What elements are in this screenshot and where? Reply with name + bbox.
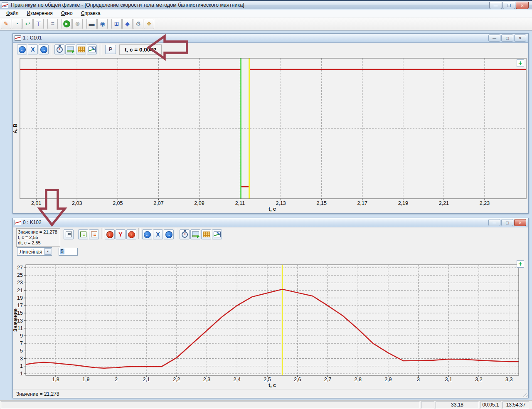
y-tick-label: 9 <box>20 333 23 339</box>
status-spare-panel <box>421 402 434 409</box>
application-window: Практикум по общей физике - [Определение… <box>0 0 532 409</box>
menu-file[interactable]: Файл <box>2 10 23 17</box>
zoom-x-button[interactable]: X <box>153 229 163 239</box>
x-tick-label: 2,07 <box>153 200 163 206</box>
scroll-left-button[interactable]: ← <box>142 229 152 239</box>
restore-button[interactable]: ❐ <box>502 2 515 9</box>
status-bar: 33,1800:05.113:54:37 <box>0 400 532 409</box>
start-measurement-icon: ▶ <box>63 20 70 27</box>
x-tick-label: 2,19 <box>398 200 408 206</box>
stop-measurement-button[interactable]: ⊗ <box>72 19 83 29</box>
start-measurement-button[interactable]: ▶ <box>62 19 72 29</box>
minimize-button[interactable]: — <box>488 34 500 42</box>
x-tick-label: 2,09 <box>194 200 204 206</box>
k102-scale-group: ↓Y↑ <box>105 228 137 241</box>
k102-chart[interactable]: -1135791113151719212325271,81,922,12,22,… <box>13 257 528 392</box>
y-tick-label: 23 <box>17 280 23 286</box>
x-tick-label: 2 <box>115 377 118 382</box>
y-tick-label: 5 <box>20 348 23 354</box>
resize-grip[interactable] <box>522 392 527 397</box>
scale-down-icon: ↓ <box>106 231 113 238</box>
scale-down-button[interactable]: ↓ <box>105 229 115 239</box>
x-tick-label: 2,15 <box>317 200 327 206</box>
k102-nav-group: ←X→ <box>142 228 175 241</box>
export-image-icon <box>67 47 74 52</box>
x-tick-label: 3,2 <box>475 377 482 382</box>
console-button[interactable]: ▬ <box>86 19 97 29</box>
list-green-button[interactable] <box>78 229 88 239</box>
zoom-x-button[interactable]: X <box>28 44 38 54</box>
chevron-down-icon[interactable]: ▼ <box>44 248 51 255</box>
minimize-button[interactable]: — <box>489 2 502 9</box>
y-tick-label: 21 <box>17 288 23 293</box>
scale-y-button[interactable]: Y <box>116 229 126 239</box>
p-button[interactable]: P <box>105 45 116 54</box>
package-button[interactable]: ◆ <box>122 19 133 29</box>
x-tick-label: 2,13 <box>276 200 286 206</box>
mdi-area: 1 : C101 —▢✕ ←X→ P t, c = 0,0042 2,012,0… <box>0 31 532 400</box>
scroll-right-button[interactable]: → <box>39 44 49 54</box>
menu-help[interactable]: Справка <box>77 10 105 17</box>
list-red-button[interactable] <box>89 229 99 239</box>
camera-button[interactable]: ◉ <box>97 19 108 29</box>
values-list-icon <box>66 232 72 237</box>
status-elapsed-panel: 00:05.1 <box>480 402 501 409</box>
points-input[interactable]: 5 <box>59 248 78 256</box>
close-button[interactable]: ✕ <box>516 2 529 9</box>
sensor-setup-button[interactable]: ⊤ <box>33 19 44 29</box>
c101-title-bar[interactable]: 1 : C101 —▢✕ <box>13 34 528 43</box>
scale-up-icon: ↑ <box>128 231 135 238</box>
scroll-right-icon: → <box>40 46 47 53</box>
close-button[interactable]: ✕ <box>514 34 526 42</box>
close-button[interactable]: ✕ <box>514 219 526 226</box>
menu-measurements[interactable]: Измерения <box>23 10 57 17</box>
chart-window-icon <box>15 35 21 41</box>
scroll-left-icon: ← <box>144 231 151 238</box>
toolbar-separator <box>99 44 101 55</box>
smoothing-select[interactable]: Линейная ▼ <box>17 247 52 256</box>
c101-window-controls: —▢✕ <box>488 34 526 42</box>
x-axis-title: t, c <box>268 206 276 212</box>
stopwatch-icon <box>182 232 188 238</box>
menu-window[interactable]: Окно <box>57 10 77 17</box>
time-settings-button[interactable]: ◔ <box>12 19 22 29</box>
options-button[interactable]: ⚙ <box>133 19 143 29</box>
child-window-c101: 1 : C101 —▢✕ ←X→ P t, c = 0,0042 2,012,0… <box>12 33 529 214</box>
edit-chart-button[interactable] <box>212 229 222 239</box>
y-tick-label: 25 <box>17 272 23 278</box>
scroll-right-button[interactable]: → <box>164 229 174 239</box>
x-tick-label: 2,05 <box>113 200 123 206</box>
stopwatch-button[interactable] <box>180 229 190 239</box>
menu-bar: ФайлИзмеренияОкноСправка <box>0 10 532 17</box>
maximize-button[interactable]: ▢ <box>501 219 513 226</box>
minimize-button[interactable]: — <box>488 219 500 226</box>
edit-chart-button[interactable] <box>87 44 97 54</box>
values-list-button[interactable] <box>64 229 74 239</box>
help-book-button[interactable]: ❖ <box>144 19 154 29</box>
scale-up-button[interactable]: ↑ <box>126 229 136 239</box>
table-icon <box>203 232 210 237</box>
child-window-k102: 0 : K102 —▢✕ Значение = 21,278 t, c = 2,… <box>12 218 529 398</box>
undo-calibration-button[interactable]: ↩ <box>22 19 33 29</box>
x-tick-label: 2,03 <box>72 200 82 206</box>
maximize-button[interactable]: ▢ <box>501 34 513 42</box>
toolbar-separator <box>101 228 103 239</box>
c101-chart[interactable]: 2,012,032,052,072,092,112,132,152,172,19… <box>13 54 528 215</box>
table-button[interactable] <box>76 44 86 54</box>
pencil-tool-button[interactable]: ✎ <box>1 19 11 29</box>
zoom-in-button[interactable]: + <box>517 260 524 268</box>
scenario-list-button[interactable]: ≡ <box>47 19 58 29</box>
x-tick-label: 2,2 <box>173 377 180 382</box>
scroll-left-button[interactable]: ← <box>17 44 27 54</box>
chart-canvas: 2,012,032,052,072,092,112,132,152,172,19… <box>13 54 528 213</box>
y-tick-label: 1 <box>20 363 23 369</box>
x-tick-label: 2,21 <box>439 200 449 206</box>
stopwatch-button[interactable] <box>54 44 64 54</box>
table-button[interactable] <box>201 229 211 239</box>
tree-view-button[interactable]: ⊞ <box>111 19 122 29</box>
main-toolbar: ✎◔↩⊤≡▶⊗▬◉⊞◆⚙❖ <box>0 17 532 31</box>
export-image-button[interactable] <box>190 229 200 239</box>
k102-title-bar[interactable]: 0 : K102 —▢✕ <box>13 218 528 227</box>
zoom-in-button[interactable]: + <box>517 59 524 67</box>
export-image-button[interactable] <box>65 44 75 54</box>
